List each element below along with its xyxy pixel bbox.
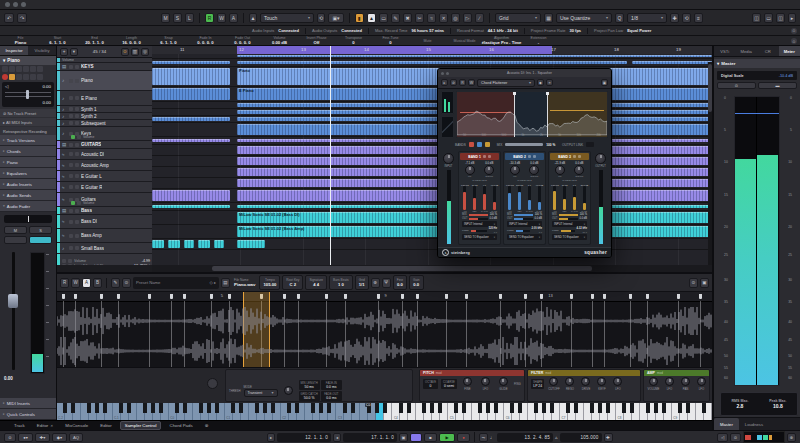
grid-type-dropdown[interactable]: Grid xyxy=(495,13,541,23)
input-gain-knob[interactable] xyxy=(441,153,456,164)
zone-tab-track[interactable]: Track xyxy=(10,422,29,429)
inspector-section-equalizers[interactable]: ▸Equalizers xyxy=(0,168,56,179)
audio-event[interactable] xyxy=(152,61,230,65)
status-value[interactable]: 44.1 kHz - 24 bit xyxy=(488,28,518,33)
add-transport-button[interactable]: ✚ xyxy=(604,433,613,442)
plugin-editor-toggle-icon[interactable]: ▣ xyxy=(601,79,608,86)
piano-black-key[interactable] xyxy=(287,403,291,413)
master-meter-header[interactable]: ▾Master xyxy=(714,59,800,68)
slice-marker-handle[interactable] xyxy=(401,294,404,299)
play-button[interactable]: ▶ xyxy=(439,433,455,442)
peak-max-readout[interactable]: Peak Max.10.8 xyxy=(769,399,786,409)
track-row-acoustic-di[interactable]: ≈Acoustic DI xyxy=(57,149,152,160)
piano-black-key[interactable] xyxy=(622,403,626,413)
track-mute-button[interactable] xyxy=(69,96,73,100)
open-file-icon[interactable]: ▤ xyxy=(221,278,230,288)
meter-tab-loudness[interactable]: Loudness xyxy=(739,418,769,430)
piano-black-key[interactable] xyxy=(87,403,91,413)
metronome-click-button[interactable]: ⊙ xyxy=(730,433,741,442)
infoline-column[interactable]: Mute xyxy=(409,36,446,45)
track-mute-button[interactable] xyxy=(69,152,73,156)
track-lane[interactable]: MiLow Sonic SE 01-02 (Bass Amp) xyxy=(152,225,712,239)
piano-black-key[interactable] xyxy=(271,403,275,413)
track-mute-button[interactable] xyxy=(69,79,73,83)
scrollbar-thumb[interactable] xyxy=(212,266,592,271)
slice-marker-handle[interactable] xyxy=(325,294,328,299)
track-mute-button[interactable] xyxy=(69,209,73,213)
audio-event[interactable] xyxy=(152,240,164,248)
band-sendto-dropdown[interactable]: SEND TO Equalizer xyxy=(507,234,542,240)
band-slider-ratio[interactable]: 4:1RATIO xyxy=(480,184,489,212)
root-key-marker[interactable]: C0 xyxy=(365,403,371,407)
band-header-2[interactable]: BAND 2 xyxy=(505,153,544,160)
control-room-level-icon[interactable]: ◁ xyxy=(717,433,728,442)
band-out-row[interactable]: OUT0.0 dB xyxy=(460,217,499,220)
piano-black-key[interactable] xyxy=(510,403,514,413)
infoline-column[interactable]: Musical Mode xyxy=(446,36,483,45)
track-row-synth-2[interactable]: ♪Synth 2 xyxy=(57,113,152,120)
band-freq-control[interactable]: FREQ4.32 kHz10.1 xyxy=(550,228,589,233)
track-lane[interactable] xyxy=(152,239,712,250)
track-preset-row[interactable]: ⊘ No Track Preset xyxy=(0,109,56,117)
zone-tab-mixconsole[interactable]: MixConsole xyxy=(61,422,92,429)
right-tab-media[interactable]: Media xyxy=(736,46,758,56)
piano-black-key[interactable] xyxy=(119,403,123,413)
suspend-autoscroll-button[interactable]: ▮ xyxy=(355,13,364,23)
zoom-tool-icon[interactable]: ◎ xyxy=(451,13,460,23)
piano-black-key[interactable] xyxy=(606,403,610,413)
slice-marker-handle[interactable] xyxy=(74,294,77,299)
digital-scale-row[interactable]: Digital Scale-10.4 dB xyxy=(717,71,797,80)
global-a-button[interactable]: A xyxy=(229,13,238,23)
zone-tab-editor[interactable]: Editor xyxy=(96,422,115,429)
mode-field-grid-catch[interactable]: GRID CATCH50.0 % xyxy=(299,391,320,401)
iterative-quantize-icon[interactable]: ✚ xyxy=(670,13,679,23)
volume-readout[interactable]: 0.00 xyxy=(42,84,51,89)
inspector-section-audio-sends[interactable]: ▸Audio Sends xyxy=(0,190,56,201)
band-s-button[interactable] xyxy=(488,155,491,158)
band-s-button[interactable] xyxy=(533,155,536,158)
infoline-column[interactable]: FilePiano xyxy=(2,36,39,45)
cycle-button[interactable] xyxy=(410,433,422,442)
audio-event[interactable] xyxy=(237,240,265,248)
audio-event[interactable] xyxy=(214,240,224,248)
amp-knob-pan-2[interactable]: PAN xyxy=(679,377,692,391)
scissors-tool-icon[interactable]: ✂ xyxy=(415,13,424,23)
piano-black-key[interactable] xyxy=(422,403,426,413)
setup-toolbar-icon[interactable]: ▸ xyxy=(788,13,796,23)
track-lane[interactable]: E Piano xyxy=(152,87,712,102)
track-row-synth-1[interactable]: ♪Synth 1 xyxy=(57,106,152,113)
slice-marker-handle[interactable] xyxy=(117,294,120,299)
audition-icon[interactable]: ⊙ xyxy=(122,278,131,288)
fader-monitor-button[interactable] xyxy=(29,236,52,244)
plugin-activate-button[interactable]: ▸ xyxy=(441,79,448,86)
track-solo-button[interactable] xyxy=(75,246,79,250)
line-tool-icon[interactable]: ∕ xyxy=(475,13,484,23)
track-mute-button[interactable] xyxy=(69,246,73,250)
lock-icon[interactable]: ▣ xyxy=(700,278,709,288)
play_tool-tool-icon[interactable]: ▷ xyxy=(463,13,472,23)
preset-name-field[interactable]: Preset Name◇ ▸ xyxy=(133,277,219,289)
mode-field-min-length[interactable]: MIN LENGTH50 ms xyxy=(299,380,320,390)
piano-black-key[interactable] xyxy=(263,403,267,413)
band-up-knob[interactable]: -10.3 dBUP xyxy=(510,161,521,178)
track-lane[interactable] xyxy=(152,189,712,203)
inspector-section-piano[interactable]: ▸Piano xyxy=(0,157,56,168)
track-lane[interactable] xyxy=(152,116,712,123)
audio-event[interactable] xyxy=(152,139,230,143)
band-m-button[interactable] xyxy=(483,155,486,158)
band-mix-row[interactable]: MIX100 % xyxy=(460,213,499,216)
audio-mode-dropdown[interactable]: ◆▾ xyxy=(52,433,67,442)
right-tab-meter[interactable]: Meter xyxy=(779,46,800,56)
automation-mode-dropdown[interactable]: Touch xyxy=(260,13,314,23)
band-mix-row[interactable]: MIX100 % xyxy=(550,213,589,216)
right-locator-field[interactable]: 17. 1. 1. 0 xyxy=(343,433,397,442)
audio-quantize-button[interactable]: AQ xyxy=(69,433,83,442)
infoline-column[interactable]: Start6. 1. 1. 0 xyxy=(39,36,76,45)
slice-marker-handle[interactable] xyxy=(591,294,594,299)
range-tool-icon[interactable]: ▭ xyxy=(379,13,388,23)
filter-knob-keyf[interactable]: KEYF xyxy=(595,377,608,391)
track-lane[interactable] xyxy=(152,178,712,189)
infoline-column[interactable]: End20. 1. 1. 0 xyxy=(76,36,113,45)
slice-marker-handle[interactable] xyxy=(228,294,231,299)
piano-black-key[interactable] xyxy=(143,403,147,413)
